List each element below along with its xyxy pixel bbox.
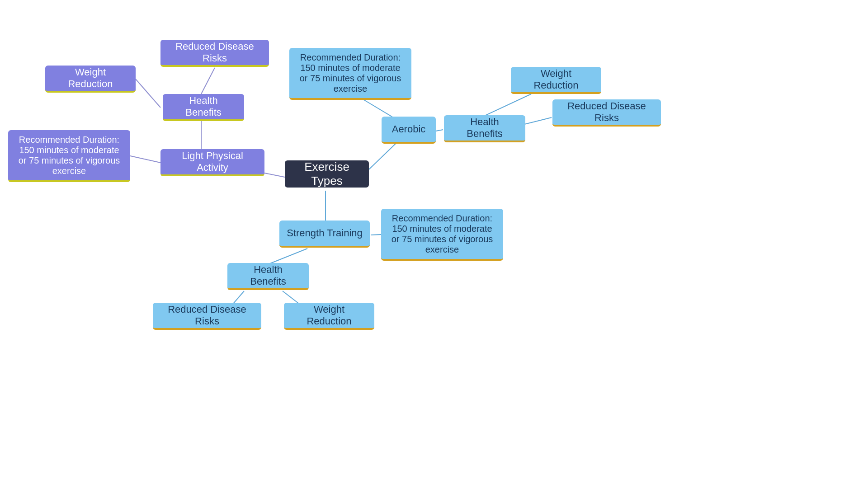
rec-duration-strength-label: Recommended Duration: 150 minutes of mod… xyxy=(388,213,496,255)
svg-line-12 xyxy=(269,249,307,264)
svg-line-7 xyxy=(436,130,443,131)
svg-line-4 xyxy=(130,156,160,163)
reduced-disease-aerobic-node: Reduced Disease Risks xyxy=(552,99,661,127)
svg-line-9 xyxy=(524,117,552,124)
strength-training-node: Strength Training xyxy=(279,221,370,248)
health-benefits-strength-label: Health Benefits xyxy=(235,264,302,287)
center-label: Exercise Types xyxy=(292,160,362,188)
weight-reduction-left-label: Weight Reduction xyxy=(52,66,128,90)
health-benefits-left-node: Health Benefits xyxy=(163,94,244,121)
weight-reduction-strength-node: Weight Reduction xyxy=(284,303,374,330)
rec-duration-strength-node: Recommended Duration: 150 minutes of mod… xyxy=(381,209,503,261)
reduced-disease-aerobic-label: Reduced Disease Risks xyxy=(560,100,654,124)
health-benefits-left-label: Health Benefits xyxy=(170,95,237,118)
light-physical-node: Light Physical Activity xyxy=(160,149,264,176)
weight-reduction-left-node: Weight Reduction xyxy=(45,66,136,93)
reduced-disease-left-node: Reduced Disease Risks xyxy=(160,40,269,67)
svg-line-11 xyxy=(371,235,381,235)
aerobic-label: Aerobic xyxy=(392,123,426,135)
strength-training-label: Strength Training xyxy=(287,227,363,239)
svg-line-2 xyxy=(136,79,160,108)
light-physical-label: Light Physical Activity xyxy=(168,150,257,174)
rec-duration-aerobic-node: Recommended Duration: 150 minutes of mod… xyxy=(289,48,411,100)
rec-duration-left-node: Recommended Duration: 150 minutes of mod… xyxy=(8,130,130,182)
health-benefits-aerobic-node: Health Benefits xyxy=(444,115,525,142)
weight-reduction-aerobic-label: Weight Reduction xyxy=(518,68,594,91)
health-benefits-strength-node: Health Benefits xyxy=(227,263,309,290)
aerobic-node: Aerobic xyxy=(382,117,436,144)
svg-line-6 xyxy=(362,99,393,117)
center-node: Exercise Types xyxy=(285,160,369,188)
weight-reduction-strength-label: Weight Reduction xyxy=(291,304,367,327)
rec-duration-left-label: Recommended Duration: 150 minutes of mod… xyxy=(15,135,123,176)
reduced-disease-left-label: Reduced Disease Risks xyxy=(168,41,262,64)
rec-duration-aerobic-label: Recommended Duration: 150 minutes of mod… xyxy=(297,52,404,94)
weight-reduction-aerobic-node: Weight Reduction xyxy=(511,67,601,94)
svg-line-3 xyxy=(201,68,215,94)
reduced-disease-strength-label: Reduced Disease Risks xyxy=(160,304,254,327)
reduced-disease-strength-node: Reduced Disease Risks xyxy=(153,303,261,330)
health-benefits-aerobic-label: Health Benefits xyxy=(451,116,518,140)
svg-line-8 xyxy=(484,94,531,116)
